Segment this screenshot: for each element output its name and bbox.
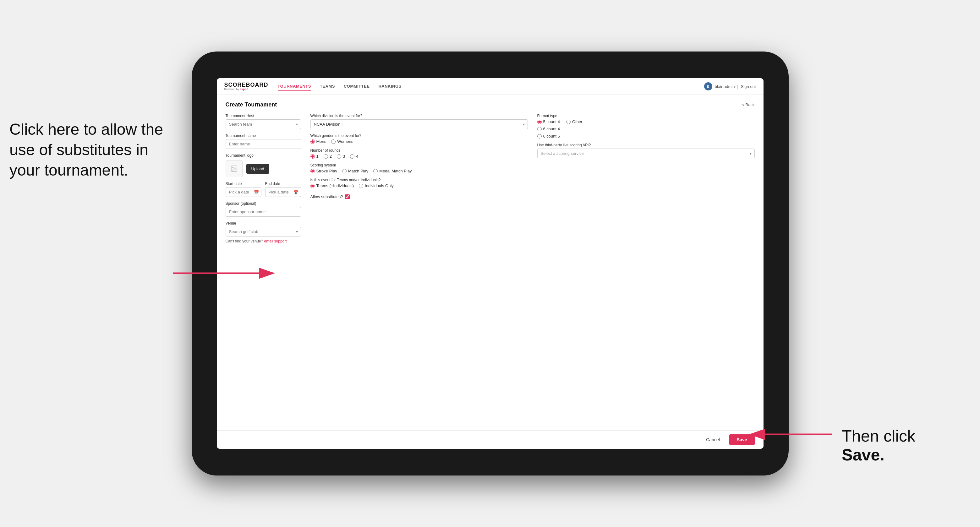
sign-out-link[interactable]: Sign out xyxy=(741,84,756,89)
user-name: blair admin xyxy=(715,84,735,89)
rounds-group: Number of rounds 1 2 xyxy=(310,148,528,159)
tournament-name-label: Tournament name xyxy=(226,133,301,138)
end-date-label: End date xyxy=(265,181,301,186)
left-annotation-text: Click here to allow the use of substitut… xyxy=(10,119,167,181)
scoring-stroke-radio[interactable] xyxy=(310,169,315,173)
scoring-match-radio[interactable] xyxy=(342,169,347,173)
format-6count4-radio[interactable] xyxy=(537,127,542,131)
navbar: SCOREBOARD Powered by clippd TOURNAMENTS… xyxy=(217,78,764,95)
rounds-2-radio[interactable] xyxy=(324,154,328,159)
left-arrow-annotation xyxy=(170,261,280,286)
scoring-radio-group: Stroke Play Match Play Medal Match Play xyxy=(310,169,528,173)
format-6count5-option[interactable]: 6 count 5 xyxy=(537,134,755,138)
rounds-4-radio[interactable] xyxy=(350,154,355,159)
nav-item-rankings[interactable]: RANKINGS xyxy=(378,82,401,91)
substitutes-checkbox[interactable] xyxy=(345,194,350,199)
gender-womens-option[interactable]: Womens xyxy=(331,139,353,144)
nav-item-teams[interactable]: TEAMS xyxy=(320,82,335,91)
gender-radio-group: Mens Womens xyxy=(310,139,528,144)
rounds-2-option[interactable]: 2 xyxy=(324,154,332,159)
division-select[interactable]: NCAA Division I xyxy=(310,119,528,129)
substitutes-option[interactable]: Allow substitutes? xyxy=(310,194,528,199)
page-content: Create Tournament < Back Tournament Host xyxy=(217,95,764,449)
rounds-3-option[interactable]: 3 xyxy=(337,154,345,159)
upload-button[interactable]: Upload xyxy=(247,164,269,174)
gender-group: Which gender is the event for? Mens Wome… xyxy=(310,133,528,144)
right-arrow-annotation xyxy=(745,425,838,444)
logo-upload-area: Upload xyxy=(226,160,301,177)
division-select-wrapper: NCAA Division I xyxy=(310,119,528,129)
event-teams-option[interactable]: Teams (+Individuals) xyxy=(310,183,354,188)
tournament-host-group: Tournament Host xyxy=(226,114,301,129)
email-support-link[interactable]: email support xyxy=(264,239,287,243)
scoring-api-group: Use third-party live scoring API? Select… xyxy=(537,143,755,158)
event-teams-radio[interactable] xyxy=(310,184,315,188)
nav-right: B blair admin | Sign out xyxy=(704,82,756,90)
right-annotation-text: Then click Save. xyxy=(842,427,961,464)
format-other-radio[interactable] xyxy=(566,120,571,124)
sponsor-group: Sponsor (optional) xyxy=(226,201,301,217)
format-5count4-option[interactable]: 5 count 4 xyxy=(537,119,560,124)
scoring-stroke-option[interactable]: Stroke Play xyxy=(310,169,337,173)
venue-input[interactable] xyxy=(226,227,301,237)
rounds-3-radio[interactable] xyxy=(337,154,341,159)
substitutes-group: Allow substitutes? xyxy=(310,192,528,199)
rounds-1-radio[interactable] xyxy=(310,154,315,159)
scoring-service-select[interactable]: Select a scoring service xyxy=(537,149,755,158)
venue-help-text: Can't find your venue? email support xyxy=(226,239,301,243)
division-group: Which division is the event for? NCAA Di… xyxy=(310,114,528,129)
venue-group: Venue Can't find your venue? email suppo… xyxy=(226,221,301,243)
form-footer: Cancel Save xyxy=(217,430,764,449)
back-link[interactable]: < Back xyxy=(742,102,754,107)
event-type-group: Is this event for Teams and/or Individua… xyxy=(310,178,528,188)
gender-mens-option[interactable]: Mens xyxy=(310,139,326,144)
event-type-radio-group: Teams (+Individuals) Individuals Only xyxy=(310,183,528,188)
nav-item-committee[interactable]: COMMITTEE xyxy=(344,82,370,91)
cancel-button[interactable]: Cancel xyxy=(700,434,726,445)
gender-mens-radio[interactable] xyxy=(310,140,315,144)
scoring-service-wrapper: Select a scoring service xyxy=(537,149,755,158)
event-individuals-option[interactable]: Individuals Only xyxy=(359,183,394,188)
division-label: Which division is the event for? xyxy=(310,114,528,118)
format-other-option[interactable]: Other xyxy=(566,119,582,124)
format-6count5-radio[interactable] xyxy=(537,134,542,138)
start-date-input[interactable] xyxy=(226,187,261,197)
gender-label: Which gender is the event for? xyxy=(310,133,528,138)
tournament-name-input[interactable] xyxy=(226,139,301,149)
image-icon xyxy=(230,165,238,172)
scoring-match-option[interactable]: Match Play xyxy=(342,169,368,173)
nav-separator: | xyxy=(737,84,738,89)
format-6count4-option[interactable]: 6 count 4 xyxy=(537,127,755,131)
end-date-input[interactable] xyxy=(265,187,301,197)
end-date-wrapper: 📅 xyxy=(265,187,301,197)
start-date-label: Start date xyxy=(226,181,261,186)
scoring-system-label: Scoring system xyxy=(310,163,528,167)
page-title: Create Tournament xyxy=(226,102,277,108)
format-type-group: Format type 5 count 4 Other xyxy=(537,114,755,138)
gender-womens-radio[interactable] xyxy=(331,140,336,144)
event-individuals-radio[interactable] xyxy=(359,184,363,188)
end-date-group: End date 📅 xyxy=(265,181,301,197)
tournament-name-group: Tournament name xyxy=(226,133,301,149)
nav-items: TOURNAMENTS TEAMS COMMITTEE RANKINGS xyxy=(278,82,704,91)
rounds-1-option[interactable]: 1 xyxy=(310,154,318,159)
scoring-medal-radio[interactable] xyxy=(373,169,378,173)
format-5count4-radio[interactable] xyxy=(537,120,542,124)
logo-placeholder xyxy=(226,160,243,177)
logo-scoreboard: SCOREBOARD xyxy=(224,82,268,87)
middle-form-section: Which division is the event for? NCAA Di… xyxy=(310,114,528,243)
scoring-system-group: Scoring system Stroke Play Match Play xyxy=(310,163,528,173)
tournament-host-input[interactable] xyxy=(226,119,301,129)
right-form-section: Format type 5 count 4 Other xyxy=(537,114,755,243)
tournament-host-select-wrapper xyxy=(226,119,301,129)
nav-item-tournaments[interactable]: TOURNAMENTS xyxy=(278,82,311,91)
format-type-options: 5 count 4 Other 6 count 4 xyxy=(537,119,755,138)
logo-area: SCOREBOARD Powered by clippd xyxy=(224,82,268,91)
sponsor-label: Sponsor (optional) xyxy=(226,201,301,206)
left-form-section: Tournament Host Tournament name Tourname… xyxy=(226,114,301,243)
rounds-radio-group: 1 2 3 4 xyxy=(310,154,528,159)
sponsor-input[interactable] xyxy=(226,207,301,217)
format-type-label: Format type xyxy=(537,114,755,118)
scoring-medal-option[interactable]: Medal Match Play xyxy=(373,169,412,173)
rounds-4-option[interactable]: 4 xyxy=(350,154,358,159)
